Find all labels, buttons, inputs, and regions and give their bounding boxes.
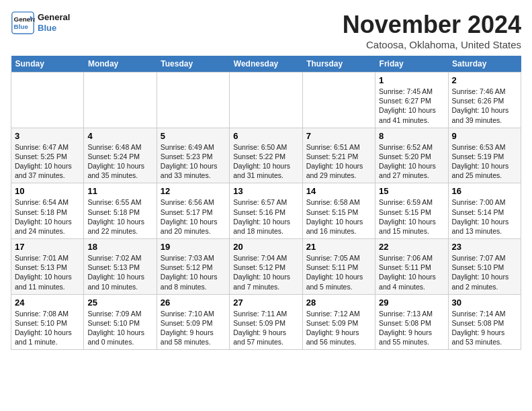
weekday-header-tuesday: Tuesday [157, 56, 229, 73]
day-cell-8: 8Sunrise: 6:52 AMSunset: 5:20 PMDaylight… [375, 128, 448, 183]
day-number: 11 [87, 186, 152, 196]
empty-cell [302, 73, 375, 128]
weekday-header-saturday: Saturday [448, 56, 521, 73]
day-cell-6: 6Sunrise: 6:50 AMSunset: 5:22 PMDaylight… [230, 128, 302, 183]
day-info: Sunrise: 6:48 AMSunset: 5:24 PMDaylight:… [87, 142, 152, 181]
day-info: Sunrise: 6:58 AMSunset: 5:15 PMDaylight:… [306, 197, 371, 236]
day-number: 21 [306, 242, 371, 252]
day-info: Sunrise: 7:14 AMSunset: 5:08 PMDaylight:… [452, 309, 517, 347]
week-row-2: 3Sunrise: 6:47 AMSunset: 5:25 PMDaylight… [11, 128, 521, 183]
day-number: 15 [379, 186, 444, 196]
day-info: Sunrise: 6:54 AMSunset: 5:18 PMDaylight:… [15, 197, 80, 236]
day-cell-9: 9Sunrise: 6:53 AMSunset: 5:19 PMDaylight… [448, 128, 521, 183]
day-number: 12 [161, 186, 226, 196]
day-number: 4 [87, 131, 152, 141]
day-cell-2: 2Sunrise: 7:46 AMSunset: 6:26 PMDaylight… [448, 73, 521, 128]
day-info: Sunrise: 7:09 AMSunset: 5:10 PMDaylight:… [87, 309, 152, 347]
day-number: 3 [15, 131, 80, 141]
day-cell-15: 15Sunrise: 6:59 AMSunset: 5:15 PMDayligh… [375, 183, 448, 239]
day-info: Sunrise: 6:47 AMSunset: 5:25 PMDaylight:… [15, 142, 80, 181]
day-number: 7 [306, 131, 371, 141]
day-cell-1: 1Sunrise: 7:45 AMSunset: 6:27 PMDaylight… [375, 73, 448, 128]
day-info: Sunrise: 6:59 AMSunset: 5:15 PMDaylight:… [379, 197, 444, 236]
day-info: Sunrise: 7:11 AMSunset: 5:09 PMDaylight:… [233, 309, 298, 347]
day-number: 22 [379, 242, 444, 252]
day-cell-22: 22Sunrise: 7:06 AMSunset: 5:11 PMDayligh… [375, 239, 448, 295]
day-info: Sunrise: 6:56 AMSunset: 5:17 PMDaylight:… [161, 197, 226, 236]
calendar-table: SundayMondayTuesdayWednesdayThursdayFrid… [11, 56, 521, 350]
day-info: Sunrise: 7:08 AMSunset: 5:10 PMDaylight:… [15, 309, 80, 347]
day-info: Sunrise: 7:45 AMSunset: 6:27 PMDaylight:… [379, 87, 444, 125]
day-number: 5 [161, 131, 226, 141]
calendar-title-area: November 2024 Catoosa, Oklahoma, United … [343, 11, 521, 50]
day-number: 13 [233, 186, 298, 196]
day-number: 17 [15, 242, 80, 252]
day-number: 28 [306, 298, 371, 308]
svg-text:Blue: Blue [14, 23, 29, 30]
day-number: 19 [161, 242, 226, 252]
day-number: 24 [15, 298, 80, 308]
month-title: November 2024 [343, 11, 521, 39]
day-cell-28: 28Sunrise: 7:12 AMSunset: 5:09 PMDayligh… [302, 294, 375, 350]
day-info: Sunrise: 6:51 AMSunset: 5:21 PMDaylight:… [306, 142, 371, 181]
day-cell-10: 10Sunrise: 6:54 AMSunset: 5:18 PMDayligh… [11, 183, 84, 239]
day-number: 25 [87, 298, 152, 308]
weekday-header-friday: Friday [375, 56, 448, 73]
day-info: Sunrise: 7:06 AMSunset: 5:11 PMDaylight:… [379, 253, 444, 291]
day-info: Sunrise: 7:03 AMSunset: 5:12 PMDaylight:… [161, 253, 226, 291]
day-info: Sunrise: 7:00 AMSunset: 5:14 PMDaylight:… [452, 197, 517, 236]
day-info: Sunrise: 7:46 AMSunset: 6:26 PMDaylight:… [452, 87, 517, 125]
day-number: 8 [379, 131, 444, 141]
empty-cell [157, 73, 229, 128]
day-cell-11: 11Sunrise: 6:55 AMSunset: 5:18 PMDayligh… [84, 183, 157, 239]
weekday-header-sunday: Sunday [11, 56, 84, 73]
day-info: Sunrise: 6:57 AMSunset: 5:16 PMDaylight:… [233, 197, 298, 236]
day-cell-5: 5Sunrise: 6:49 AMSunset: 5:23 PMDaylight… [157, 128, 229, 183]
week-row-4: 17Sunrise: 7:01 AMSunset: 5:13 PMDayligh… [11, 239, 521, 295]
day-info: Sunrise: 7:01 AMSunset: 5:13 PMDaylight:… [15, 253, 80, 291]
day-cell-16: 16Sunrise: 7:00 AMSunset: 5:14 PMDayligh… [448, 183, 521, 239]
day-cell-14: 14Sunrise: 6:58 AMSunset: 5:15 PMDayligh… [302, 183, 375, 239]
day-info: Sunrise: 7:12 AMSunset: 5:09 PMDaylight:… [306, 309, 371, 347]
day-info: Sunrise: 6:52 AMSunset: 5:20 PMDaylight:… [379, 142, 444, 181]
week-row-3: 10Sunrise: 6:54 AMSunset: 5:18 PMDayligh… [11, 183, 521, 239]
day-info: Sunrise: 7:05 AMSunset: 5:11 PMDaylight:… [306, 253, 371, 291]
day-number: 27 [233, 298, 298, 308]
day-number: 18 [87, 242, 152, 252]
day-cell-17: 17Sunrise: 7:01 AMSunset: 5:13 PMDayligh… [11, 239, 84, 295]
logo: General Blue GeneralBlue [11, 11, 70, 35]
day-number: 9 [452, 131, 517, 141]
day-cell-19: 19Sunrise: 7:03 AMSunset: 5:12 PMDayligh… [157, 239, 229, 295]
day-number: 10 [15, 186, 80, 196]
day-cell-23: 23Sunrise: 7:07 AMSunset: 5:10 PMDayligh… [448, 239, 521, 295]
day-number: 14 [306, 186, 371, 196]
day-info: Sunrise: 7:10 AMSunset: 5:09 PMDaylight:… [161, 309, 226, 347]
day-info: Sunrise: 6:49 AMSunset: 5:23 PMDaylight:… [161, 142, 226, 181]
weekday-header-row: SundayMondayTuesdayWednesdayThursdayFrid… [11, 56, 521, 73]
day-cell-30: 30Sunrise: 7:14 AMSunset: 5:08 PMDayligh… [448, 294, 521, 350]
logo-icon: General Blue [11, 11, 35, 35]
week-row-1: 1Sunrise: 7:45 AMSunset: 6:27 PMDaylight… [11, 73, 521, 128]
day-info: Sunrise: 7:07 AMSunset: 5:10 PMDaylight:… [452, 253, 517, 291]
day-cell-7: 7Sunrise: 6:51 AMSunset: 5:21 PMDaylight… [302, 128, 375, 183]
weekday-header-wednesday: Wednesday [230, 56, 302, 73]
day-number: 29 [379, 298, 444, 308]
day-number: 1 [379, 75, 444, 85]
page-header: General Blue GeneralBlue November 2024 C… [11, 11, 521, 50]
day-number: 20 [233, 242, 298, 252]
day-info: Sunrise: 6:53 AMSunset: 5:19 PMDaylight:… [452, 142, 517, 181]
day-info: Sunrise: 7:13 AMSunset: 5:08 PMDaylight:… [379, 309, 444, 347]
day-cell-21: 21Sunrise: 7:05 AMSunset: 5:11 PMDayligh… [302, 239, 375, 295]
day-info: Sunrise: 7:02 AMSunset: 5:13 PMDaylight:… [87, 253, 152, 291]
day-info: Sunrise: 7:04 AMSunset: 5:12 PMDaylight:… [233, 253, 298, 291]
location-title: Catoosa, Oklahoma, United States [343, 39, 521, 50]
day-cell-29: 29Sunrise: 7:13 AMSunset: 5:08 PMDayligh… [375, 294, 448, 350]
day-cell-3: 3Sunrise: 6:47 AMSunset: 5:25 PMDaylight… [11, 128, 84, 183]
day-cell-26: 26Sunrise: 7:10 AMSunset: 5:09 PMDayligh… [157, 294, 229, 350]
day-number: 2 [452, 75, 517, 85]
day-info: Sunrise: 6:55 AMSunset: 5:18 PMDaylight:… [87, 197, 152, 236]
empty-cell [84, 73, 157, 128]
svg-text:General: General [14, 15, 36, 23]
week-row-5: 24Sunrise: 7:08 AMSunset: 5:10 PMDayligh… [11, 294, 521, 350]
day-cell-13: 13Sunrise: 6:57 AMSunset: 5:16 PMDayligh… [230, 183, 302, 239]
